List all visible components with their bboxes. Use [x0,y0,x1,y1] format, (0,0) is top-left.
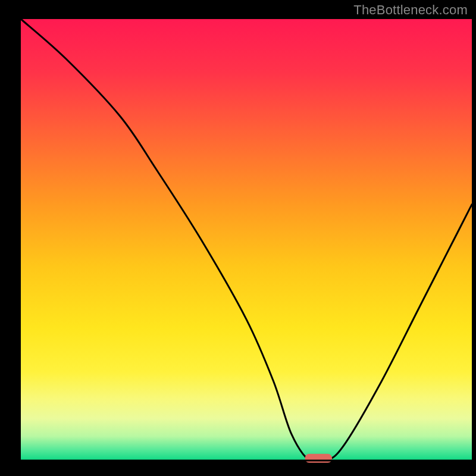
chart-frame: TheBottleneck.com [0,0,476,476]
plot-background [21,19,472,461]
bottleneck-chart [0,0,476,476]
